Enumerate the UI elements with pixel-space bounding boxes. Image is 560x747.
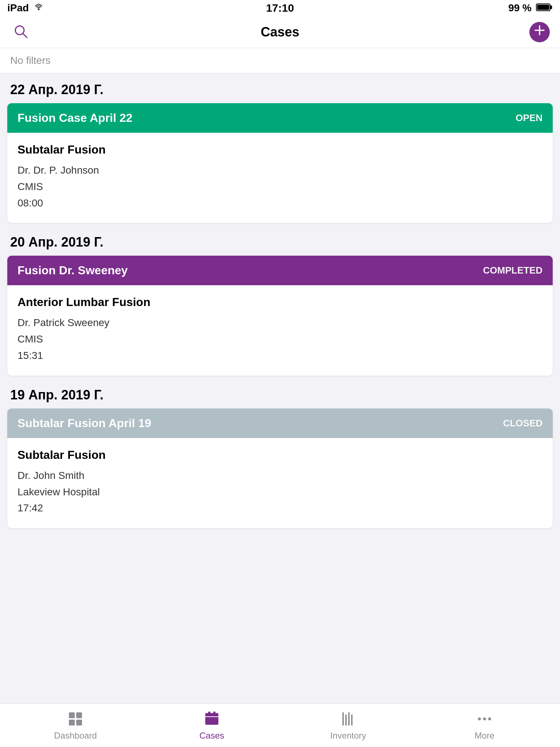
search-button[interactable] <box>10 21 31 43</box>
case-status-0-0: OPEN <box>516 112 542 124</box>
dashboard-icon <box>67 710 84 728</box>
date-header-0: 22 Апр. 2019 Г. <box>7 82 553 97</box>
status-left: iPad <box>7 2 44 14</box>
tab-dashboard-label: Dashboard <box>54 731 97 741</box>
svg-rect-18 <box>214 719 216 720</box>
status-bar: iPad 17:10 99 % <box>0 0 560 16</box>
svg-rect-2 <box>551 5 552 9</box>
tab-cases-label: Cases <box>199 731 224 741</box>
svg-rect-22 <box>342 712 344 725</box>
tab-bar: Dashboard Cases <box>0 703 560 747</box>
svg-rect-25 <box>351 715 353 725</box>
svg-rect-11 <box>76 720 82 725</box>
case-procedure-1-0: Anterior Lumbar Fusion <box>18 295 542 309</box>
case-title-0-0: Fusion Case April 22 <box>18 111 132 125</box>
svg-point-26 <box>478 717 481 720</box>
case-title-1-0: Fusion Dr. Sweeney <box>18 264 128 277</box>
inventory-icon <box>339 710 357 728</box>
add-case-button[interactable] <box>529 22 550 42</box>
case-status-1-0: COMPLETED <box>483 265 542 276</box>
tab-more-label: More <box>475 731 495 741</box>
plus-icon <box>533 24 546 40</box>
case-card-1-0[interactable]: Fusion Dr. SweeneyCOMPLETEDAnterior Lumb… <box>7 256 553 375</box>
tab-inventory-label: Inventory <box>330 731 366 741</box>
svg-rect-20 <box>211 722 213 723</box>
search-icon <box>13 35 28 40</box>
nav-title: Cases <box>261 24 299 40</box>
cases-icon <box>203 710 221 728</box>
svg-rect-19 <box>207 722 210 723</box>
date-section-1: 20 Апр. 2019 Г.Fusion Dr. SweeneyCOMPLET… <box>7 235 553 375</box>
case-procedure-2-0: Subtalar Fusion <box>18 448 542 462</box>
svg-rect-9 <box>76 712 82 718</box>
svg-point-27 <box>483 717 486 720</box>
case-title-2-0: Subtalar Fusion April 19 <box>18 417 151 430</box>
svg-rect-23 <box>345 715 347 725</box>
svg-point-0 <box>38 9 39 10</box>
more-icon <box>476 710 493 728</box>
svg-rect-10 <box>69 720 75 725</box>
status-time: 17:10 <box>266 2 294 14</box>
filter-text: No filters <box>10 55 50 66</box>
tab-cases[interactable]: Cases <box>144 710 280 741</box>
svg-rect-17 <box>211 719 213 720</box>
svg-line-5 <box>23 34 27 38</box>
tab-inventory[interactable]: Inventory <box>280 710 416 741</box>
nav-bar: Cases <box>0 16 560 48</box>
case-procedure-0-0: Subtalar Fusion <box>18 143 542 156</box>
filter-bar: No filters <box>0 48 560 73</box>
svg-rect-24 <box>348 712 350 725</box>
case-card-0-0[interactable]: Fusion Case April 22OPENSubtalar FusionD… <box>7 103 553 223</box>
main-content: 22 Апр. 2019 Г.Fusion Case April 22OPENS… <box>0 73 560 747</box>
case-status-2-0: CLOSED <box>503 418 542 429</box>
svg-rect-8 <box>69 712 75 718</box>
case-body-2-0: Subtalar FusionDr. John SmithLakeview Ho… <box>7 438 553 528</box>
battery-percentage: 99 % <box>508 2 532 14</box>
battery-icon <box>536 2 553 14</box>
svg-rect-13 <box>208 712 210 715</box>
svg-point-28 <box>488 717 491 720</box>
svg-rect-3 <box>537 5 549 10</box>
tab-more[interactable]: More <box>416 710 553 741</box>
svg-rect-16 <box>207 719 210 720</box>
case-header-1-0: Fusion Dr. SweeneyCOMPLETED <box>7 256 553 285</box>
case-body-0-0: Subtalar FusionDr. Dr. P. JohnsonCMIS08:… <box>7 133 553 223</box>
tab-dashboard[interactable]: Dashboard <box>7 710 144 741</box>
status-right: 99 % <box>508 2 553 14</box>
case-body-1-0: Anterior Lumbar FusionDr. Patrick Sweene… <box>7 285 553 375</box>
case-card-2-0[interactable]: Subtalar Fusion April 19CLOSEDSubtalar F… <box>7 409 553 528</box>
case-detail-1-0: Dr. Patrick SweeneyCMIS15:31 <box>18 315 542 364</box>
case-header-2-0: Subtalar Fusion April 19CLOSED <box>7 409 553 438</box>
date-header-1: 20 Апр. 2019 Г. <box>7 235 553 250</box>
carrier-label: iPad <box>7 2 29 14</box>
svg-rect-21 <box>214 722 216 723</box>
case-detail-2-0: Dr. John SmithLakeview Hospital17:42 <box>18 468 542 516</box>
wifi-icon <box>33 2 44 14</box>
case-header-0-0: Fusion Case April 22OPEN <box>7 103 553 133</box>
svg-rect-14 <box>213 712 215 715</box>
case-detail-0-0: Dr. Dr. P. JohnsonCMIS08:00 <box>18 162 542 211</box>
date-section-0: 22 Апр. 2019 Г.Fusion Case April 22OPENS… <box>7 82 553 223</box>
date-section-2: 19 Апр. 2019 Г.Subtalar Fusion April 19C… <box>7 387 553 528</box>
date-header-2: 19 Апр. 2019 Г. <box>7 387 553 403</box>
